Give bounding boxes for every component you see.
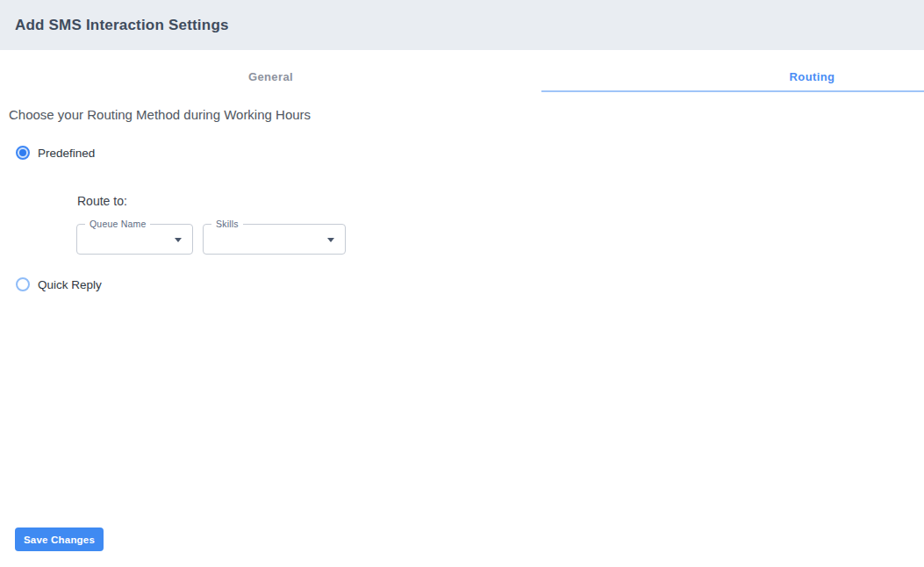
radio-option-predefined[interactable]: Predefined [16,146,95,160]
route-to-label: Route to: [77,194,127,208]
skills-select-label: Skills [211,219,243,229]
radio-selected-icon [16,146,30,160]
dropdown-caret-icon [327,238,334,242]
tab-general-label: General [248,70,293,83]
tab-routing-label: Routing [790,70,835,83]
tab-bar: General Routing [0,50,924,92]
radio-unselected-icon [16,277,30,291]
page-header: Add SMS Interaction Settings [0,0,924,50]
tab-routing[interactable]: Routing [541,50,924,92]
radio-option-quick-reply[interactable]: Quick Reply [16,277,102,291]
add-sms-interaction-settings-page: Add SMS Interaction Settings General Rou… [0,0,924,567]
routing-method-question: Choose your Routing Method during Workin… [9,107,311,122]
radio-quick-reply-label: Quick Reply [38,278,102,291]
tab-general[interactable]: General [0,50,541,92]
route-to-fields: Queue Name Skills [76,224,346,255]
dropdown-caret-icon [175,238,182,242]
skills-select[interactable]: Skills [203,224,346,255]
radio-predefined-label: Predefined [38,147,95,160]
queue-name-select-label: Queue Name [85,219,150,229]
queue-name-select[interactable]: Queue Name [76,224,193,255]
page-title: Add SMS Interaction Settings [15,17,229,34]
save-changes-button[interactable]: Save Changes [15,528,104,551]
